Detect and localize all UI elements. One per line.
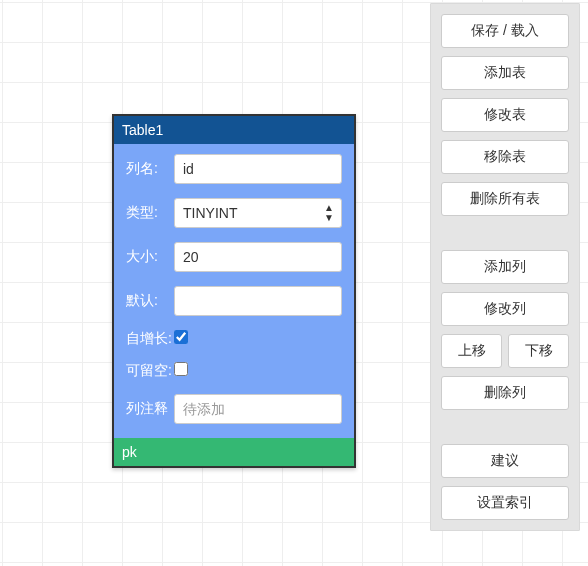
set-index-button[interactable]: 设置索引 — [441, 486, 569, 520]
row-size: 大小: — [126, 242, 342, 272]
label-type: 类型: — [126, 204, 174, 222]
table-footer: pk — [114, 438, 354, 466]
move-up-button[interactable]: 上移 — [441, 334, 502, 368]
label-nullable: 可留空: — [126, 362, 174, 380]
nullable-checkbox[interactable] — [174, 362, 188, 376]
move-down-button[interactable]: 下移 — [508, 334, 569, 368]
row-comment: 列注释 — [126, 394, 342, 424]
label-autoinc: 自增长: — [126, 330, 174, 348]
table-title: Table1 — [114, 116, 354, 144]
label-comment: 列注释 — [126, 400, 174, 418]
row-col-name: 列名: — [126, 154, 342, 184]
row-autoinc: 自增长: — [126, 330, 342, 348]
edit-table-button[interactable]: 修改表 — [441, 98, 569, 132]
autoinc-checkbox[interactable] — [174, 330, 188, 344]
comment-input[interactable] — [174, 394, 342, 424]
remove-table-button[interactable]: 移除表 — [441, 140, 569, 174]
sidebar-gap-2 — [441, 418, 569, 444]
sidebar: 保存 / 载入 添加表 修改表 移除表 删除所有表 添加列 修改列 上移 下移 … — [430, 3, 580, 531]
type-select[interactable]: TINYINT — [174, 198, 342, 228]
default-input[interactable] — [174, 286, 342, 316]
label-size: 大小: — [126, 248, 174, 266]
label-default: 默认: — [126, 292, 174, 310]
label-col-name: 列名: — [126, 160, 174, 178]
size-input[interactable] — [174, 242, 342, 272]
move-row: 上移 下移 — [441, 334, 569, 368]
row-nullable: 可留空: — [126, 362, 342, 380]
table-card[interactable]: Table1 列名: 类型: TINYINT ▲▼ 大小: 默认: — [112, 114, 356, 468]
save-load-button[interactable]: 保存 / 载入 — [441, 14, 569, 48]
delete-column-button[interactable]: 删除列 — [441, 376, 569, 410]
add-column-button[interactable]: 添加列 — [441, 250, 569, 284]
col-name-input[interactable] — [174, 154, 342, 184]
table-body: 列名: 类型: TINYINT ▲▼ 大小: 默认: — [114, 144, 354, 438]
row-default: 默认: — [126, 286, 342, 316]
delete-all-tables-button[interactable]: 删除所有表 — [441, 182, 569, 216]
suggest-button[interactable]: 建议 — [441, 444, 569, 478]
row-type: 类型: TINYINT ▲▼ — [126, 198, 342, 228]
sidebar-gap-1 — [441, 224, 569, 250]
edit-column-button[interactable]: 修改列 — [441, 292, 569, 326]
add-table-button[interactable]: 添加表 — [441, 56, 569, 90]
